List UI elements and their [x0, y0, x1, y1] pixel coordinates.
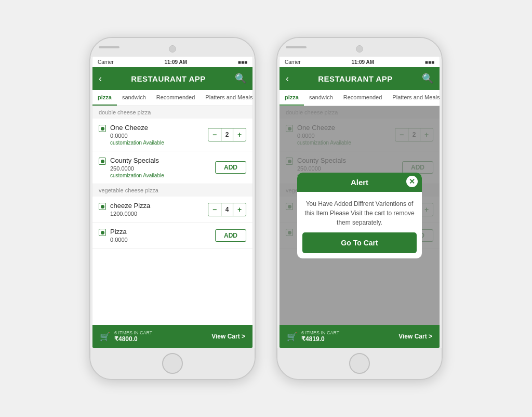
phone1-item-cheeze-pizza: cheeze Pizza 1200.0000 − 4 +	[92, 197, 252, 223]
phone2-cart-count: 6 ITMES IN CART	[301, 330, 339, 335]
phone1-item-county-specials: County Specials 250.0000 customization A…	[92, 151, 252, 184]
phone1-app-title: RESTAURANT APP	[131, 74, 206, 83]
phone1-item1-name: One Cheeze	[110, 124, 208, 132]
phone2-menu-content: double cheese pizza One Cheeze 0.0000 cu…	[280, 106, 440, 325]
phone2-screen: Carrier 11:09 AM ■■■ ‹ RESTAURANT APP 🔍 …	[280, 57, 440, 348]
phone2-tab-sandwich[interactable]: sandwich	[304, 90, 338, 106]
phone1-item3-name: cheeze Pizza	[110, 202, 208, 210]
phone2-overlay: Alert ✕ You Have Added Diffrent Varienti…	[280, 106, 440, 325]
alert-go-to-cart-btn[interactable]: Go To Cart	[302, 232, 417, 253]
alert-box: Alert ✕ You Have Added Diffrent Varienti…	[297, 173, 422, 258]
phone2-app-title: RESTAURANT APP	[318, 74, 393, 83]
phone1-item2-name: County Specials	[110, 157, 215, 164]
phone1-cart-bar[interactable]: 🛒 6 ITMES IN CART ₹4800.0 View Cart >	[92, 325, 252, 348]
phone1-back-icon[interactable]: ‹	[99, 73, 102, 84]
phone2-category-tabs: pizza sandwich Recommended Platters and …	[280, 90, 440, 106]
phone2-view-cart-btn[interactable]: View Cart >	[398, 333, 432, 340]
phone1-qty-plus-1[interactable]: +	[233, 128, 246, 141]
phone1-qty-plus-3[interactable]: +	[233, 203, 246, 216]
phone2-tab-platters[interactable]: Platters and Meals	[387, 90, 440, 106]
phone1-section1-header: double cheese pizza	[92, 106, 252, 119]
phone1-speaker	[99, 46, 119, 48]
phone1-time: 11:09 AM	[164, 59, 187, 65]
phone1-search-icon[interactable]: 🔍	[235, 73, 246, 84]
phone1-status-bar: Carrier 11:09 AM ■■■	[92, 57, 252, 67]
phone1-item-one-cheeze: One Cheeze 0.0000 customization Availabl…	[92, 119, 252, 151]
phone2-search-icon[interactable]: 🔍	[422, 73, 433, 84]
phone1-item2-custom: customization Available	[110, 173, 215, 178]
phone2-cart-total: ₹4819.0	[301, 335, 339, 343]
phone1-qty-control-1: − 2 +	[208, 128, 246, 141]
phone1-cart-icon: 🛒	[100, 332, 110, 342]
phone1-tab-sandwich[interactable]: sandwich	[117, 90, 151, 106]
phone2-speaker	[286, 46, 307, 48]
phone1-menu-content: double cheese pizza One Cheeze 0.0000 cu…	[92, 106, 252, 325]
alert-header: Alert	[297, 173, 422, 192]
phone1-add-btn-2[interactable]: ADD	[215, 161, 246, 174]
phone1-cart-count: 6 ITMES IN CART	[114, 330, 152, 335]
phone2-back-icon[interactable]: ‹	[286, 73, 289, 84]
phone2-tab-pizza[interactable]: pizza	[280, 90, 304, 106]
phone1-item3-price: 1200.0000	[110, 211, 208, 217]
phone2-cart-bar[interactable]: 🛒 6 ITMES IN CART ₹4819.0 View Cart >	[280, 325, 440, 348]
phone2-cart-icon: 🛒	[287, 332, 297, 342]
alert-message: You Have Added Diffrent Varientions of t…	[297, 192, 422, 232]
phone1-bottom	[90, 348, 255, 379]
phone1-veg-icon-4	[99, 229, 106, 236]
phone1-qty-minus-3[interactable]: −	[208, 203, 221, 216]
phone1-battery: ■■■	[238, 59, 247, 65]
page-wrapper: Carrier 11:09 AM ■■■ ‹ RESTAURANT APP 🔍 …	[79, 27, 453, 390]
phone1-top-bar	[90, 38, 255, 57]
phone-1: Carrier 11:09 AM ■■■ ‹ RESTAURANT APP 🔍 …	[89, 37, 256, 380]
phone1-veg-icon-2	[99, 158, 106, 165]
phone2-top-bar	[277, 38, 442, 57]
phone1-item1-price: 0.0000	[110, 133, 208, 139]
phone2-battery: ■■■	[425, 59, 434, 65]
phone1-qty-control-3: − 4 +	[208, 203, 246, 216]
phone1-qty-val-3: 4	[221, 203, 233, 216]
phone1-carrier: Carrier	[98, 59, 114, 65]
phone1-category-tabs: pizza sandwich Recommended Platters and …	[92, 90, 252, 106]
phone1-app-header: ‹ RESTAURANT APP 🔍	[92, 67, 252, 90]
phone1-qty-minus-1[interactable]: −	[208, 128, 221, 141]
phone1-tab-pizza[interactable]: pizza	[92, 90, 117, 106]
phone2-carrier: Carrier	[285, 59, 301, 65]
phone1-item4-price: 0.0000	[110, 237, 215, 243]
phone1-veg-icon-3	[99, 203, 106, 210]
phone1-veg-icon-1	[99, 125, 106, 132]
phone1-item2-price: 250.0000	[110, 165, 215, 172]
phone1-section2-header: vegetable cheese pizza	[92, 184, 252, 197]
alert-title: Alert	[351, 178, 368, 187]
phone-2: Carrier 11:09 AM ■■■ ‹ RESTAURANT APP 🔍 …	[276, 37, 443, 380]
phone1-tab-platters[interactable]: Platters and Meals	[200, 90, 252, 106]
phone2-tab-recommended[interactable]: Recommended	[338, 90, 388, 106]
phone2-time: 11:09 AM	[351, 59, 374, 65]
phone2-home-button[interactable]	[349, 353, 370, 374]
phone1-home-button[interactable]	[162, 353, 183, 374]
phone1-qty-val-1: 2	[221, 128, 233, 141]
phone1-item1-custom: customization Available	[110, 140, 208, 146]
phone2-bottom	[277, 348, 442, 379]
phone1-item-pizza: Pizza 0.0000 ADD	[92, 223, 252, 249]
phone1-cart-total: ₹4800.0	[114, 335, 152, 343]
alert-close-btn[interactable]: ✕	[406, 176, 418, 187]
phone2-status-bar: Carrier 11:09 AM ■■■	[280, 57, 440, 67]
phone1-add-btn-4[interactable]: ADD	[215, 229, 246, 242]
phone1-item4-name: Pizza	[110, 228, 215, 236]
phone2-app-header: ‹ RESTAURANT APP 🔍	[280, 67, 440, 90]
phone1-view-cart-btn[interactable]: View Cart >	[211, 333, 245, 340]
phone1-screen: Carrier 11:09 AM ■■■ ‹ RESTAURANT APP 🔍 …	[92, 57, 252, 348]
phone1-tab-recommended[interactable]: Recommended	[151, 90, 201, 106]
